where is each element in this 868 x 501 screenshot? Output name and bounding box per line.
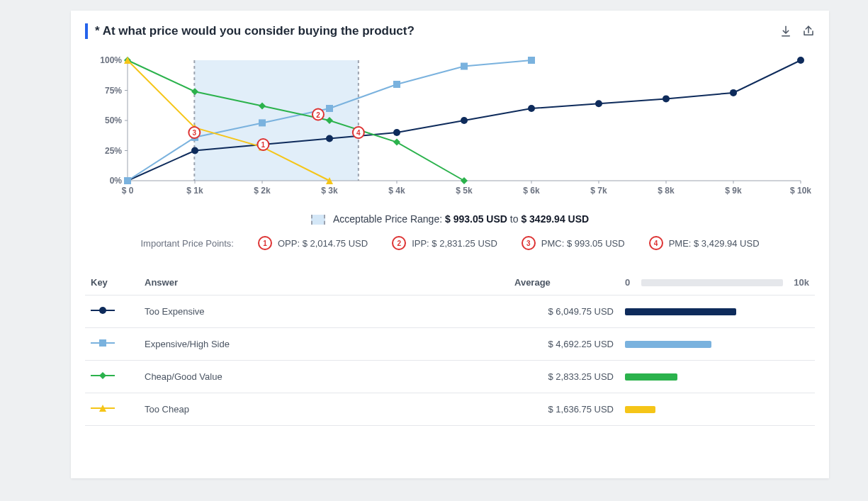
price-point-marker: 1 [258,236,272,250]
row-key [85,393,139,426]
legend-marker-icon [91,403,115,413]
svg-rect-51 [326,105,333,112]
table-row: Expensive/High Side$ 4,692.25 USD [85,328,815,361]
svg-text:$ 0: $ 0 [122,186,134,196]
range-swatch-icon [311,215,325,225]
title-accent [85,23,88,39]
row-bar [619,328,815,361]
svg-text:$ 5k: $ 5k [456,186,473,196]
svg-text:50%: 50% [105,116,122,125]
svg-text:$ 8k: $ 8k [658,186,675,196]
price-sensitivity-chart: 0%25%50%75%100%$ 0$ 1k$ 2k$ 3k$ 4k$ 5k$ … [85,53,815,202]
svg-text:25%: 25% [105,146,122,156]
range-label: Acceptable Price Range: [333,213,445,225]
svg-point-46 [730,89,737,96]
svg-rect-50 [259,119,266,126]
th-bar-min: 0 [625,277,630,288]
svg-rect-48 [124,177,131,184]
svg-marker-78 [99,372,106,379]
row-average: $ 1,636.75 USD [509,393,619,426]
row-bar [619,295,815,328]
price-point-item: 4PME: $ 3,429.94 USD [649,236,760,250]
svg-text:$ 2k: $ 2k [254,186,271,196]
card-title: * At what price would you consider buyin… [95,24,415,38]
row-answer: Too Cheap [139,393,509,426]
svg-point-42 [461,117,468,124]
svg-point-47 [797,57,804,64]
svg-text:$ 6k: $ 6k [523,186,540,196]
legend-marker-icon [91,305,115,315]
svg-text:100%: 100% [100,55,122,65]
row-key [85,295,139,328]
svg-text:$ 9k: $ 9k [725,186,742,196]
row-average: $ 6,049.75 USD [509,295,619,328]
svg-point-43 [528,105,535,112]
th-bar-max: 10k [794,277,809,288]
svg-rect-54 [528,57,535,64]
svg-point-40 [326,135,333,142]
svg-point-38 [191,147,198,154]
row-bar [619,393,815,426]
price-point-marker: 3 [522,236,536,250]
svg-text:0%: 0% [110,176,123,186]
legend-marker-icon [91,338,115,348]
svg-text:$ 7k: $ 7k [590,186,607,196]
svg-rect-52 [393,81,400,88]
price-point-item: 2IPP: $ 2,831.25 USD [392,236,497,250]
range-low: $ 993.05 USD [445,213,507,225]
price-point-item: 1OPP: $ 2,014.75 USD [258,236,368,250]
svg-point-45 [663,95,670,102]
svg-marker-59 [393,139,400,146]
header-bar-track [641,279,783,286]
row-average: $ 4,692.25 USD [509,328,619,361]
table-row: Too Expensive$ 6,049.75 USD [85,295,815,328]
svg-text:$ 3k: $ 3k [321,186,338,196]
svg-text:$ 1k: $ 1k [186,186,203,196]
row-answer: Too Expensive [139,295,509,328]
row-answer: Cheap/Good Value [139,361,509,393]
svg-rect-53 [461,63,468,70]
price-point-marker: 4 [649,236,663,250]
summary-table: Key Answer Average 0 10k Too Expensive$ … [85,270,815,426]
price-point-text: PME: $ 3,429.94 USD [669,238,760,249]
price-points-row: Important Price Points: 1OPP: $ 2,014.75… [85,236,815,250]
range-sep: to [510,213,522,225]
price-point-text: IPP: $ 2,831.25 USD [412,238,497,249]
svg-text:$ 10k: $ 10k [790,186,811,196]
svg-text:75%: 75% [105,86,122,96]
acceptable-range-legend: Acceptable Price Range: $ 993.05 USD to … [85,213,815,225]
svg-text:3: 3 [193,129,197,137]
price-point-item: 3PMC: $ 993.05 USD [522,236,625,250]
row-bar [619,361,815,393]
table-row: Cheap/Good Value$ 2,833.25 USD [85,361,815,393]
th-answer: Answer [139,270,509,295]
svg-text:2: 2 [316,111,320,119]
svg-rect-76 [99,339,106,347]
svg-point-41 [393,129,400,136]
row-answer: Expensive/High Side [139,328,509,361]
svg-point-44 [595,100,602,107]
svg-text:4: 4 [356,129,361,137]
svg-point-74 [99,307,106,314]
share-icon[interactable] [802,25,815,38]
svg-text:1: 1 [261,141,266,149]
price-points-label: Important Price Points: [140,238,234,249]
range-high: $ 3429.94 USD [521,213,589,225]
price-point-marker: 2 [392,236,406,250]
row-key [85,328,139,361]
row-key [85,361,139,393]
svg-marker-60 [461,177,468,184]
price-sensitivity-card: * At what price would you consider buyin… [71,11,829,478]
price-point-text: OPP: $ 2,014.75 USD [278,238,368,249]
svg-text:$ 4k: $ 4k [388,186,405,196]
download-icon[interactable] [779,25,792,38]
row-average: $ 2,833.25 USD [509,361,619,393]
price-point-text: PMC: $ 993.05 USD [541,238,625,249]
table-row: Too Cheap$ 1,636.75 USD [85,393,815,426]
th-average: Average [509,270,619,295]
legend-marker-icon [91,371,115,381]
th-key: Key [85,270,139,295]
